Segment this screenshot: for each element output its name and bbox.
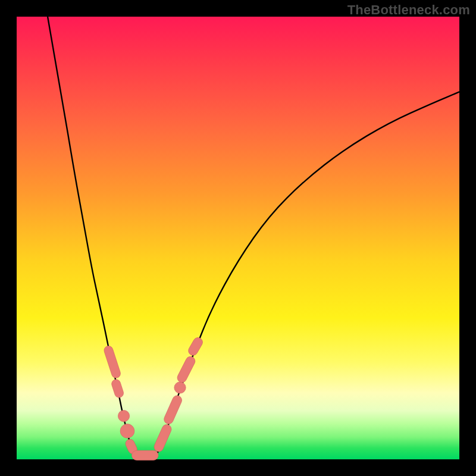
data-marker-bar (176, 355, 196, 384)
curve-layer (48, 17, 459, 456)
data-marker-bar (162, 394, 183, 425)
watermark-text: TheBottleneck.com (347, 2, 470, 18)
data-marker-bar (103, 345, 121, 379)
data-marker-circle (118, 410, 129, 421)
data-marker-circle (174, 382, 186, 393)
data-marker-bar (111, 378, 125, 399)
marker-layer (103, 336, 204, 461)
chart-frame: TheBottleneck.com (0, 0, 476, 476)
chart-svg (17, 17, 459, 459)
data-marker-bar (153, 423, 173, 453)
bottleneck-curve (48, 17, 459, 456)
data-marker-bar (131, 450, 158, 460)
data-marker-bar (187, 336, 205, 358)
data-marker-circle (120, 424, 134, 438)
chart-plot-area (17, 17, 459, 459)
